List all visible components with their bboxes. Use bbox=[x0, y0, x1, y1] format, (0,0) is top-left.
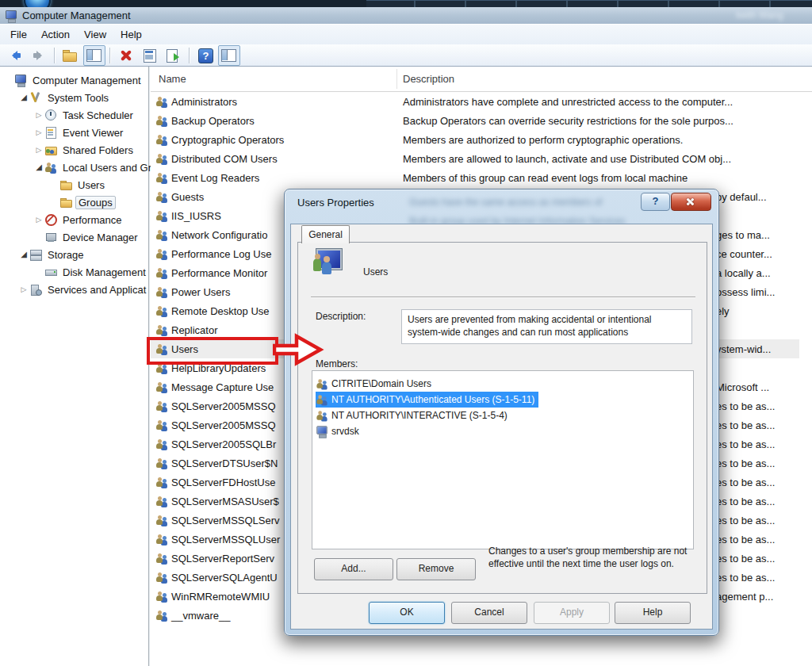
remove-button[interactable]: Remove bbox=[396, 558, 476, 580]
Cryptographic Operators[interactable]: Cryptographic Operators Members are auth… bbox=[151, 130, 812, 149]
help-button[interactable]: Help bbox=[615, 602, 691, 624]
group-name: SQLServerMSSQLUser bbox=[171, 534, 280, 545]
properties-icon[interactable] bbox=[139, 45, 161, 66]
dialog-help-button[interactable]: ? bbox=[641, 193, 670, 211]
back-icon[interactable] bbox=[4, 45, 26, 66]
group-name: SQLServerReportServ bbox=[171, 553, 274, 565]
tree-item[interactable]: Computer Management bbox=[0, 71, 148, 89]
ok-button[interactable]: OK bbox=[369, 602, 445, 624]
group-description-fragment: es to be as... bbox=[716, 553, 775, 565]
users-properties-dialog: Users Properties Guests have the same ac… bbox=[284, 189, 719, 636]
tab-general[interactable]: General bbox=[301, 225, 350, 243]
tree-item[interactable]: ▷ Performance bbox=[0, 211, 148, 228]
tree-item-label: Services and Applicat bbox=[45, 283, 148, 297]
help-icon[interactable] bbox=[194, 45, 216, 66]
tree-item[interactable]: ◢ System Tools bbox=[0, 89, 148, 106]
group-description-fragment: by defaul... bbox=[716, 191, 767, 203]
Distributed COM Users[interactable]: Distributed COM Users Members are allowe… bbox=[151, 149, 812, 168]
expander-icon[interactable]: ◢ bbox=[33, 159, 44, 176]
tree-item[interactable]: Device Manager bbox=[0, 228, 148, 246]
description-field[interactable]: Users are prevented from making accident… bbox=[401, 309, 692, 344]
group-description: Administrators have complete and unrestr… bbox=[403, 96, 733, 108]
expander-icon[interactable]: ▷ bbox=[33, 141, 44, 159]
column-header-name[interactable]: Name bbox=[159, 73, 186, 85]
separator[interactable] bbox=[54, 48, 56, 63]
blurred-username: keith Wang bbox=[736, 10, 783, 21]
group-name: SQLServer2005MSSQ bbox=[171, 400, 276, 412]
tree-item[interactable]: Users bbox=[0, 176, 148, 193]
computer-management-window: Computer Management keith Wang FileActio… bbox=[0, 0, 812, 666]
group-icon bbox=[155, 228, 168, 241]
delete-icon[interactable] bbox=[115, 45, 137, 66]
forward-icon[interactable] bbox=[28, 45, 50, 66]
tree-item[interactable]: Groups bbox=[0, 193, 148, 211]
tree-item-label: Computer Management bbox=[30, 74, 144, 87]
up-folder-icon[interactable] bbox=[59, 45, 82, 66]
group-description: Members of this group can read event log… bbox=[403, 172, 688, 184]
menu-item[interactable]: File bbox=[3, 26, 34, 43]
Event Log Readers[interactable]: Event Log Readers Members of this group … bbox=[151, 168, 812, 187]
tree-item[interactable]: ▷ Services and Applicat bbox=[0, 281, 148, 298]
expander-icon[interactable]: ◢ bbox=[18, 89, 29, 106]
expander-icon[interactable]: ▷ bbox=[33, 124, 44, 141]
menu-item[interactable]: View bbox=[77, 26, 113, 43]
menu-item[interactable]: Help bbox=[113, 26, 149, 43]
tree-item-icon bbox=[44, 161, 57, 174]
tree-item[interactable]: Disk Management bbox=[0, 263, 148, 281]
action-pane-icon[interactable] bbox=[218, 45, 240, 66]
console-tree-icon[interactable] bbox=[83, 45, 105, 66]
CITRITE\Domain Users[interactable]: CITRITE\Domain Users bbox=[316, 376, 435, 392]
tree-item[interactable]: ▷ Task Scheduler bbox=[0, 106, 148, 124]
group-name: Remote Desktop Use bbox=[171, 305, 270, 317]
group-name: Backup Operators bbox=[171, 115, 255, 127]
group-icon bbox=[155, 285, 168, 298]
member-name: srvdsk bbox=[331, 426, 359, 437]
tree-item-icon bbox=[44, 213, 57, 226]
expander-icon[interactable]: ▷ bbox=[18, 281, 29, 298]
group-description-fragment: ges to ma... bbox=[716, 229, 770, 241]
window-icon bbox=[5, 10, 17, 22]
Backup Operators[interactable]: Backup Operators Backup Operators can ov… bbox=[151, 111, 812, 130]
srvdsk[interactable]: srvdsk bbox=[316, 423, 363, 439]
tree-item[interactable]: ▷ Shared Folders bbox=[0, 141, 148, 159]
apply-button[interactable]: Apply bbox=[534, 602, 610, 624]
menu-item[interactable]: Action bbox=[34, 26, 77, 43]
separator[interactable] bbox=[109, 48, 111, 63]
tree-item[interactable]: ▷ Event Viewer bbox=[0, 124, 148, 141]
background-taskstrip bbox=[0, 0, 812, 7]
add-button[interactable]: Add... bbox=[314, 558, 393, 580]
group-icon bbox=[155, 533, 168, 545]
tree-item-label: Event Viewer bbox=[60, 126, 125, 140]
group-icon bbox=[155, 476, 168, 488]
Administrators[interactable]: Administrators Administrators have compl… bbox=[151, 92, 812, 111]
group-name: WinRMRemoteWMIU bbox=[171, 591, 270, 603]
tree-item[interactable]: ◢ Storage bbox=[0, 246, 148, 263]
group-icon bbox=[155, 247, 168, 260]
group-icon bbox=[155, 419, 168, 431]
member-icon bbox=[316, 409, 327, 421]
title-bar[interactable]: Computer Management keith Wang bbox=[0, 7, 812, 25]
group-description-fragment: ossess limi... bbox=[716, 286, 775, 298]
separator[interactable] bbox=[189, 48, 190, 63]
separator-line bbox=[311, 297, 695, 297]
expander-icon[interactable]: ▷ bbox=[33, 106, 44, 124]
export-list-icon[interactable] bbox=[163, 45, 185, 66]
column-header-description[interactable]: Description bbox=[403, 73, 454, 85]
expander-icon[interactable]: ▷ bbox=[33, 211, 44, 228]
tree-item[interactable]: ◢ Local Users and Gr bbox=[0, 159, 148, 176]
cancel-button[interactable]: Cancel bbox=[451, 602, 527, 624]
expander-icon[interactable]: ◢ bbox=[18, 246, 29, 263]
close-icon[interactable] bbox=[671, 193, 711, 211]
NT AUTHORITY\Authenticated Users (S-1-5-11)[interactable]: NT AUTHORITY\Authenticated Users (S-1-5-… bbox=[316, 392, 538, 408]
tree-item-label: System Tools bbox=[45, 91, 111, 105]
window-title: Computer Management bbox=[22, 10, 131, 21]
group-name: SQLServer2005MSSQ bbox=[171, 419, 276, 431]
NT AUTHORITY\INTERACTIVE (S-1-5-4)[interactable]: NT AUTHORITY\INTERACTIVE (S-1-5-4) bbox=[316, 408, 511, 423]
group-icon bbox=[155, 190, 168, 203]
group-name: SQLServerFDHostUse bbox=[171, 477, 275, 488]
column-separator[interactable] bbox=[396, 69, 397, 89]
group-icon bbox=[155, 133, 168, 146]
group-description-fragment: es to be as... bbox=[716, 438, 775, 450]
group-description-fragment: ystem-wid... bbox=[716, 343, 771, 355]
members-listbox[interactable]: CITRITE\Domain Users NT AUTHORITY\Authen… bbox=[312, 370, 694, 549]
